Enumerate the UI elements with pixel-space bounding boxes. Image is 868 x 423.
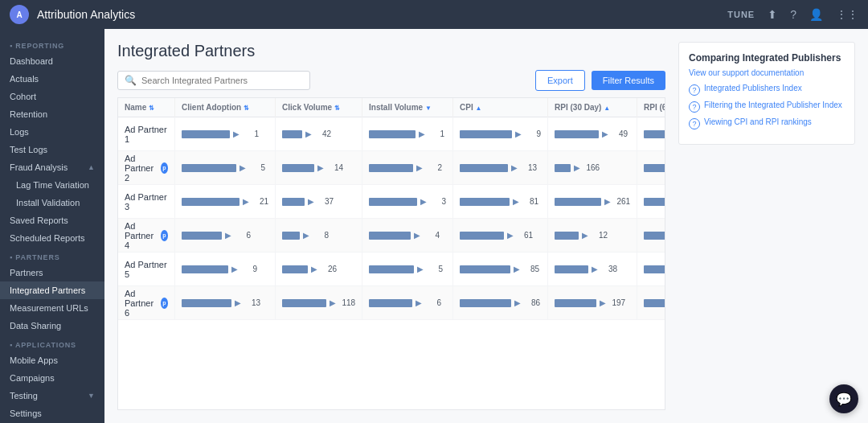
cell-rpi60-4: ▶52 — [637, 253, 665, 286]
partner-name-5: Ad Partner 6p — [125, 289, 168, 318]
cell-cpi-3: ▶61 — [453, 219, 548, 253]
bar-cpi-2 — [460, 198, 510, 206]
bar-rpi60-3 — [644, 232, 665, 240]
sidebar-item-campaigns[interactable]: Campaigns — [0, 369, 104, 387]
arrow-cpi-2: ▶ — [513, 197, 519, 206]
search-icon: 🔍 — [125, 75, 137, 86]
num-click-volume-3: 8 — [313, 231, 329, 240]
cell-cpi-1: ▶13 — [453, 151, 548, 185]
upload-icon[interactable]: ⬆ — [768, 8, 777, 21]
partners-table: Name ⇅ Client Adoption ⇅ Click Volume ⇅ … — [118, 98, 665, 320]
cell-cpi-2: ▶81 — [453, 185, 548, 219]
info-link-3[interactable]: Viewing CPI and RPI rankings — [704, 117, 812, 126]
sidebar-item-logs[interactable]: Logs — [0, 123, 104, 141]
table-header-row: Name ⇅ Client Adoption ⇅ Click Volume ⇅ … — [118, 98, 665, 117]
arrow-click-volume-2: ▶ — [308, 197, 314, 206]
num-cpi-0: 9 — [525, 129, 541, 138]
bar-click-volume-2 — [282, 198, 305, 206]
partner-name-1: Ad Partner 2p — [125, 154, 168, 183]
cell-rpi30-0: ▶49 — [548, 117, 637, 151]
sidebar-item-test-logs[interactable]: Test Logs — [0, 141, 104, 158]
export-button[interactable]: Export — [535, 70, 585, 91]
search-input[interactable] — [141, 76, 303, 85]
search-box[interactable]: 🔍 — [117, 71, 310, 90]
cell-install-volume-1: ▶2 — [362, 151, 453, 185]
sidebar-item-settings[interactable]: Settings — [0, 405, 104, 422]
col-cpi[interactable]: CPI ▲ — [453, 98, 548, 117]
sidebar-item-measurement-urls[interactable]: Measurement URLs — [0, 299, 104, 317]
sidebar-section-applications: ▪ APPLICATIONS — [0, 335, 104, 351]
bar-click-volume-4 — [282, 265, 308, 273]
col-rpi30[interactable]: RPI (30 Day) ▲ — [548, 98, 637, 117]
sidebar-item-data-sharing[interactable]: Data Sharing — [0, 317, 104, 335]
bar-rpi30-2 — [555, 198, 601, 206]
partners-table-wrap: Name ⇅ Client Adoption ⇅ Click Volume ⇅ … — [117, 97, 665, 410]
cell-rpi30-2: ▶261 — [548, 185, 637, 219]
partner-name-4: Ad Partner 5 — [125, 260, 168, 279]
info-icon-2: ? — [689, 101, 700, 113]
sidebar-item-saved-reports[interactable]: Saved Reports — [0, 212, 104, 229]
info-link-1[interactable]: Integrated Publishers Index — [704, 84, 802, 92]
bar-cpi-4 — [460, 265, 510, 273]
grid-icon[interactable]: ⋮⋮ — [836, 8, 858, 21]
sidebar-item-partners[interactable]: Partners — [0, 264, 104, 281]
sidebar-item-retention[interactable]: Retention — [0, 105, 104, 123]
col-click-volume[interactable]: Click Volume ⇅ — [276, 98, 362, 117]
sidebar-item-scheduled-reports[interactable]: Scheduled Reports — [0, 229, 104, 247]
cell-cpi-5: ▶86 — [453, 286, 548, 320]
arrow-client-adoption-0: ▶ — [233, 129, 240, 138]
sidebar-item-dashboard[interactable]: Dashboard — [0, 52, 104, 70]
sidebar-item-cohort[interactable]: Cohort — [0, 88, 104, 105]
num-client-adoption-3: 6 — [235, 231, 251, 240]
num-install-volume-2: 3 — [430, 197, 446, 206]
num-click-volume-5: 118 — [339, 298, 355, 307]
bar-rpi60-1 — [644, 164, 665, 172]
arrow-client-adoption-2: ▶ — [243, 197, 249, 206]
filter-results-button[interactable]: Filter Results — [592, 71, 665, 90]
arrow-install-volume-2: ▶ — [420, 197, 427, 206]
cell-rpi60-2: ▶189 — [637, 185, 665, 219]
table-row: Ad Partner 2p▶5▶14▶2▶13▶166▶64Enable — [118, 151, 665, 185]
question-icon[interactable]: ? — [790, 8, 796, 21]
bar-rpi60-5 — [644, 299, 665, 307]
sidebar-item-actuals[interactable]: Actuals — [0, 70, 104, 88]
num-client-adoption-5: 13 — [244, 298, 260, 307]
cell-install-volume-4: ▶5 — [362, 253, 453, 286]
bar-rpi30-3 — [555, 232, 579, 240]
col-client-adoption[interactable]: Client Adoption ⇅ — [175, 98, 276, 117]
bar-client-adoption-5 — [182, 299, 231, 307]
main-content: Integrated Partners 🔍 Export Filter Resu… — [104, 29, 868, 423]
chat-bubble[interactable]: 💬 — [829, 384, 858, 413]
bar-rpi30-4 — [555, 265, 588, 273]
info-card-title: Comparing Integrated Publishers — [689, 52, 845, 64]
user-icon[interactable]: 👤 — [809, 8, 823, 21]
cell-client-adoption-3: ▶6 — [175, 219, 276, 253]
col-install-volume[interactable]: Install Volume ▼ — [362, 98, 453, 117]
sidebar-item-fraud-analysis[interactable]: Fraud Analysis ▲ — [0, 158, 104, 176]
app-title: Attribution Analytics — [37, 8, 135, 21]
cell-click-volume-0: ▶42 — [276, 117, 362, 151]
col-name[interactable]: Name ⇅ — [118, 98, 175, 117]
sidebar-item-testing[interactable]: Testing ▼ — [0, 387, 104, 405]
sidebar-item-lag-time[interactable]: Lag Time Variation — [0, 176, 104, 194]
bar-rpi60-4 — [644, 265, 665, 273]
support-doc-link[interactable]: View our support documentation — [689, 68, 845, 77]
arrow-cpi-5: ▶ — [514, 298, 521, 307]
cell-click-volume-5: ▶118 — [276, 286, 362, 320]
bar-install-volume-2 — [369, 198, 417, 206]
arrow-cpi-3: ▶ — [507, 231, 514, 240]
bar-client-adoption-4 — [182, 265, 228, 273]
col-rpi60[interactable]: RPI (60 Day) ▲ — [637, 98, 665, 117]
cell-rpi30-1: ▶166 — [548, 151, 637, 185]
sidebar-item-install-val[interactable]: Install Validation — [0, 194, 104, 212]
info-link-2[interactable]: Filtering the Integrated Publisher Index — [704, 101, 842, 109]
sidebar-item-integrated-partners[interactable]: Integrated Partners — [0, 281, 104, 299]
cell-client-adoption-2: ▶21 — [175, 185, 276, 219]
sidebar: ▪ REPORTING Dashboard Actuals Cohort Ret… — [0, 29, 104, 423]
arrow-rpi30-5: ▶ — [600, 298, 606, 307]
arrow-rpi30-3: ▶ — [582, 231, 588, 240]
cell-client-adoption-0: ▶1 — [175, 117, 276, 151]
num-cpi-4: 85 — [523, 265, 539, 273]
sidebar-item-mobile-apps[interactable]: Mobile Apps — [0, 351, 104, 369]
num-client-adoption-1: 5 — [249, 163, 265, 172]
